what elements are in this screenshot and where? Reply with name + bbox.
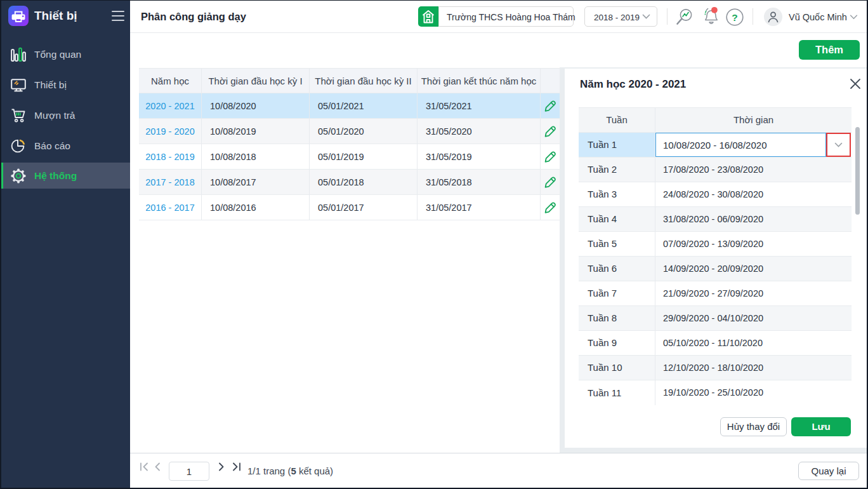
svg-text:?: ? (732, 11, 737, 22)
